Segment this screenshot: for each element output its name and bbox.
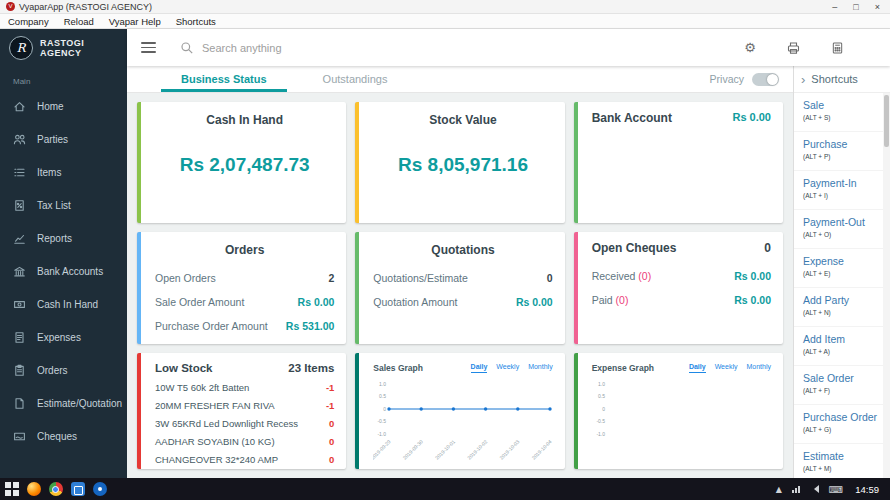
- tab-business-status[interactable]: Business Status: [153, 66, 295, 92]
- list-item: 10W T5 60k 2ft Batten-1: [155, 382, 334, 394]
- shortcut-estimate[interactable]: Estimate(ALT + M): [794, 444, 883, 478]
- sidebar-item-expenses[interactable]: Expenses: [0, 321, 127, 354]
- sidebar-item-items[interactable]: Items: [0, 156, 127, 189]
- sidebar-section-label: Main: [0, 67, 127, 90]
- dashboard: Business Status Outstandings Privacy Cas…: [127, 66, 793, 478]
- company-logo-icon: R: [9, 36, 33, 60]
- start-button[interactable]: [5, 482, 19, 496]
- tab-monthly[interactable]: Monthly: [746, 363, 771, 373]
- sidebar-item-bank-accounts[interactable]: Bank Accounts: [0, 255, 127, 288]
- svg-text:0: 0: [384, 406, 387, 412]
- sidebar-item-label: Bank Accounts: [37, 266, 103, 277]
- tab-weekly[interactable]: Weekly: [496, 363, 519, 373]
- shortcut-purchase-order[interactable]: Purchase Order(ALT + G): [794, 405, 883, 444]
- menu-company[interactable]: Company: [8, 16, 49, 27]
- estimate-quotation-icon: [13, 397, 26, 410]
- stat-value: 0: [547, 272, 553, 284]
- tab-daily[interactable]: Daily: [689, 363, 706, 373]
- collapse-chevron-icon[interactable]: ›: [801, 72, 805, 87]
- svg-text:0.5: 0.5: [379, 393, 386, 399]
- sidebar-item-label: Parties: [37, 134, 68, 145]
- sidebar-item-label: Items: [37, 167, 61, 178]
- cheques-icon: [13, 430, 26, 443]
- stat-value: 2: [328, 272, 334, 284]
- svg-text:2019-10-01: 2019-10-01: [434, 438, 456, 460]
- svg-text:2019-10-04: 2019-10-04: [531, 438, 553, 460]
- tab-monthly[interactable]: Monthly: [528, 363, 553, 373]
- privacy-toggle[interactable]: [752, 73, 779, 86]
- calculator-icon[interactable]: [831, 41, 844, 55]
- sidebar-item-cash-in-hand[interactable]: Cash In Hand: [0, 288, 127, 321]
- maximize-button[interactable]: □: [853, 2, 858, 12]
- app-logo-icon: V: [6, 2, 15, 11]
- sidebar-item-orders[interactable]: Orders: [0, 354, 127, 387]
- svg-text:2019-10-03: 2019-10-03: [499, 438, 521, 460]
- shortcut-payment-out[interactable]: Payment-Out(ALT + O): [794, 210, 883, 249]
- app-window: V VyaparApp (RASTOGI AGENCY) – □ × Compa…: [0, 0, 890, 500]
- expense-graph-plot: 1.00.50-0.5-1.0: [592, 378, 771, 460]
- svg-text:-0.5: -0.5: [596, 418, 605, 424]
- shortcut-sale-order[interactable]: Sale Order(ALT + F): [794, 366, 883, 405]
- sidebar-item-label: Reports: [37, 233, 72, 244]
- shortcut-payment-in[interactable]: Payment-In(ALT + I): [794, 171, 883, 210]
- hamburger-menu-icon[interactable]: [141, 42, 156, 53]
- sidebar-item-parties[interactable]: Parties: [0, 123, 127, 156]
- sidebar-nav: Home Parties Items Tax List Reports: [0, 90, 127, 453]
- store-app-icon[interactable]: [93, 482, 107, 496]
- stat-row: Quotation Amount Rs 0.00: [373, 296, 552, 308]
- settings-gear-icon[interactable]: ⚙: [744, 40, 756, 55]
- system-tray: ▲ ⌨ 14:59: [776, 484, 885, 495]
- tab-weekly[interactable]: Weekly: [715, 363, 738, 373]
- stat-value: Rs 0.00: [734, 294, 771, 306]
- tray-expand-icon[interactable]: ▲: [776, 485, 782, 494]
- sidebar-item-home[interactable]: Home: [0, 90, 127, 123]
- company-header[interactable]: R RASTOGI AGENCY: [0, 29, 127, 67]
- svg-text:-0.5: -0.5: [378, 418, 387, 424]
- keyboard-icon[interactable]: ⌨: [829, 484, 843, 495]
- scrollbar-thumb[interactable]: [884, 95, 889, 147]
- sidebar-item-cheques[interactable]: Cheques: [0, 420, 127, 453]
- orders-card: Orders Open Orders 2 Sale Order Amount R…: [137, 232, 346, 344]
- low-stock-list: 10W T5 60k 2ft Batten-1 20MM FRESHER FAN…: [155, 382, 334, 465]
- home-icon: [13, 100, 26, 113]
- minimize-button[interactable]: –: [832, 2, 837, 12]
- company-name: RASTOGI AGENCY: [40, 38, 118, 58]
- close-button[interactable]: ×: [875, 2, 880, 12]
- stat-row: Paid (0) Rs 0.00: [592, 294, 771, 306]
- sidebar-item-reports[interactable]: Reports: [0, 222, 127, 255]
- chart-title: Expense Graph: [592, 363, 654, 373]
- scrollbar-track[interactable]: [883, 93, 890, 478]
- sidebar-item-label: Home: [37, 101, 64, 112]
- stat-label: Open Orders: [155, 272, 216, 284]
- sidebar-item-tax-list[interactable]: Tax List: [0, 189, 127, 222]
- tax-list-icon: [13, 199, 26, 212]
- files-app-icon[interactable]: [71, 482, 85, 496]
- list-item: CHANGEOVER 32*240 AMP0: [155, 454, 334, 466]
- shortcut-purchase[interactable]: Purchase(ALT + P): [794, 132, 883, 171]
- shortcut-expense[interactable]: Expense(ALT + E): [794, 249, 883, 288]
- stat-row: Received (0) Rs 0.00: [592, 270, 771, 282]
- volume-icon[interactable]: [810, 485, 819, 493]
- sales-graph-card: Sales Graph Daily Weekly Monthly 1.00.50…: [355, 353, 564, 469]
- low-stock-card: Low Stock 23 Items 10W T5 60k 2ft Batten…: [137, 353, 346, 469]
- sidebar-item-label: Orders: [37, 365, 68, 376]
- bank-account-amount: Rs 0.00: [732, 111, 771, 123]
- network-icon[interactable]: [792, 485, 800, 493]
- menu-reload[interactable]: Reload: [64, 16, 94, 27]
- svg-text:2019-09-29: 2019-09-29: [373, 438, 392, 460]
- tab-outstandings[interactable]: Outstandings: [295, 66, 416, 92]
- menu-vyapar-help[interactable]: Vyapar Help: [109, 16, 161, 27]
- menu-bar: Company Reload Vyapar Help Shortcuts: [0, 14, 890, 29]
- printer-icon[interactable]: [786, 41, 801, 55]
- sidebar-item-label: Estimate/Quotation: [37, 398, 122, 409]
- chrome-icon[interactable]: [49, 482, 63, 496]
- shortcut-sale[interactable]: Sale(ALT + S): [794, 93, 883, 132]
- shortcut-add-item[interactable]: Add Item(ALT + A): [794, 327, 883, 366]
- search-input[interactable]: [202, 42, 744, 54]
- shortcut-add-party[interactable]: Add Party(ALT + N): [794, 288, 883, 327]
- orders-icon: [13, 364, 26, 377]
- sidebar-item-estimate-quotation[interactable]: Estimate/Quotation: [0, 387, 127, 420]
- firefox-icon[interactable]: [27, 482, 41, 496]
- tab-daily[interactable]: Daily: [471, 363, 488, 373]
- menu-shortcuts[interactable]: Shortcuts: [176, 16, 216, 27]
